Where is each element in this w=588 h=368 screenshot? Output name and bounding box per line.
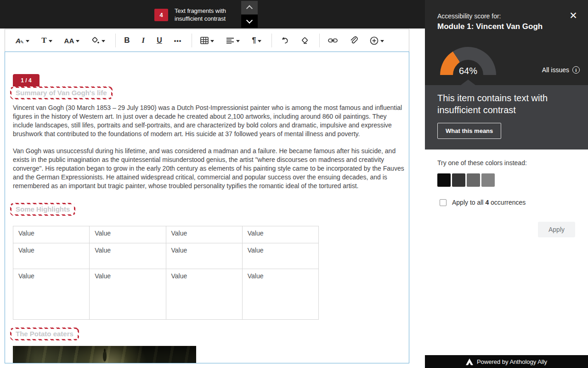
table-cell[interactable]: Value [13, 226, 90, 243]
table-cell[interactable]: Value [166, 226, 242, 243]
heading-summary-text: Summary of Van Gogh's life [11, 88, 111, 98]
italic-icon: I [142, 36, 145, 45]
table-cell[interactable]: Value [242, 269, 318, 320]
undo-icon [280, 36, 289, 45]
previous-issue-button[interactable] [241, 1, 258, 14]
apply-all-label: Apply to all 4 occurrences [452, 199, 526, 206]
chevron-down-icon [246, 17, 253, 23]
color-swatch-dark-gray[interactable] [452, 173, 465, 187]
underline-button[interactable]: U [154, 33, 165, 48]
align-left-icon [226, 37, 234, 44]
paragraph-van-gogh-legacy[interactable]: Van Gogh was unsuccessful during his lif… [13, 147, 406, 190]
table-cell[interactable]: Value [13, 269, 90, 320]
attach-file-button[interactable] [347, 33, 361, 48]
issue-description-text: This item contains text with insufficien… [437, 92, 561, 116]
text-color-button[interactable]: A ✎ [13, 33, 32, 48]
flagged-heading-potato-eaters[interactable]: The Potato eaters [10, 328, 79, 340]
plus-circle-icon [370, 36, 379, 45]
rich-text-editor: A ✎ T AA B I U ••• [5, 29, 409, 363]
table-row: Value Value Value Value [13, 243, 319, 269]
bold-button[interactable]: B [121, 33, 132, 48]
module-title: Module 1: Vincent Van Gogh [437, 22, 543, 31]
font-size-button[interactable]: AA [62, 33, 83, 48]
next-issue-button[interactable] [241, 15, 258, 28]
caret-down-icon [258, 40, 261, 42]
heading-highlights-text: Some Highlights [11, 204, 74, 214]
more-formatting-button[interactable]: ••• [171, 33, 185, 48]
all-issues-link[interactable]: All issues i [542, 66, 580, 74]
highlight-color-button[interactable] [89, 33, 108, 48]
what-this-means-button[interactable]: What this means [437, 123, 501, 139]
paragraph-van-gogh-bio[interactable]: Vincent van Gogh (30 March 1853 – 29 Jul… [13, 104, 406, 138]
pencil-icon: ✎ [20, 40, 24, 45]
color-swatch-light-gray[interactable] [481, 173, 495, 187]
paragraph-format-button[interactable]: ¶ [249, 33, 264, 48]
heading-potato-eaters-text: The Potato eaters [11, 329, 78, 339]
bold-icon: B [124, 36, 130, 45]
insert-link-button[interactable] [325, 33, 340, 48]
text-style-button[interactable]: T [39, 33, 55, 48]
insert-content-button[interactable] [367, 33, 387, 48]
eraser-icon [301, 36, 309, 45]
color-swatch-gray[interactable] [467, 173, 480, 187]
text-style-icon: T [41, 36, 46, 45]
color-swatch-black[interactable] [437, 173, 451, 187]
panel-footer: Powered by Anthology Ally [425, 355, 588, 368]
close-panel-button[interactable]: ✕ [568, 10, 579, 21]
insert-table-button[interactable] [198, 33, 217, 48]
alignment-button[interactable] [223, 33, 243, 48]
color-suggestion-prompt: Try one of these colors instead: [437, 159, 527, 167]
caret-down-icon [380, 40, 384, 42]
apply-all-count: 4 [485, 199, 489, 206]
paint-bucket-icon [91, 36, 100, 45]
table-cell[interactable]: Value [166, 243, 242, 269]
table-cell[interactable]: Value [90, 243, 166, 269]
caret-down-icon [102, 40, 105, 42]
apply-all-row: Apply to all 4 occurrences [440, 199, 526, 206]
editor-toolbar: A ✎ T AA B I U ••• [5, 29, 409, 52]
ellipsis-icon: ••• [174, 37, 182, 44]
table-cell[interactable]: Value [242, 243, 318, 269]
issue-type-label-line2: insufficient contrast [175, 15, 237, 23]
anthology-logo-icon [466, 358, 473, 365]
apply-all-checkbox[interactable] [440, 199, 447, 206]
clear-formatting-button[interactable] [298, 33, 312, 48]
underline-icon: U [157, 36, 162, 45]
issue-type-label-line1: Text fragments with [175, 7, 237, 15]
table-cell[interactable]: Value [90, 269, 166, 320]
editor-content-area[interactable]: 1 / 4 Summary of Van Gogh's life Vincent… [5, 52, 409, 363]
color-swatch-row [437, 173, 495, 187]
table-cell[interactable]: Value [166, 269, 242, 320]
table-cell[interactable]: Value [13, 243, 90, 269]
all-issues-label: All issues [542, 66, 569, 74]
caret-down-icon [236, 40, 240, 42]
accessibility-score-gauge: 64% [440, 47, 496, 75]
potato-eaters-painting-image[interactable] [13, 346, 196, 363]
info-icon[interactable]: i [572, 66, 580, 74]
table-cell[interactable]: Value [90, 226, 166, 243]
paperclip-icon [350, 36, 358, 45]
flagged-heading-summary[interactable]: Summary of Van Gogh's life [10, 86, 113, 99]
score-kicker-label: Accessibility score for: [437, 12, 501, 20]
ally-accessibility-panel: Accessibility score for: Module 1: Vince… [425, 0, 588, 368]
issue-position-badge: 1 / 4 [13, 74, 40, 86]
apply-all-suffix: occurrences [489, 199, 526, 206]
font-size-icon: AA [64, 37, 74, 45]
table-icon [200, 37, 209, 44]
issue-type-label: Text fragments with insufficient contras… [175, 7, 237, 23]
apply-button[interactable]: Apply [538, 222, 575, 237]
toolbar-separator [115, 34, 116, 47]
italic-button[interactable]: I [139, 33, 148, 48]
apply-all-prefix: Apply to all [452, 199, 485, 206]
toolbar-separator [319, 34, 320, 47]
undo-button[interactable] [277, 33, 292, 48]
table-cell[interactable]: Value [242, 226, 318, 243]
caret-down-icon [76, 40, 79, 42]
table-row: Value Value Value Value [13, 269, 319, 320]
flagged-heading-highlights[interactable]: Some Highlights [10, 203, 75, 216]
table-row: Value Value Value Value [13, 226, 319, 243]
pilcrow-icon: ¶ [252, 36, 256, 45]
issue-count-badge: 4 [154, 9, 168, 21]
caret-down-icon [210, 40, 214, 42]
caret-down-icon [49, 40, 52, 42]
